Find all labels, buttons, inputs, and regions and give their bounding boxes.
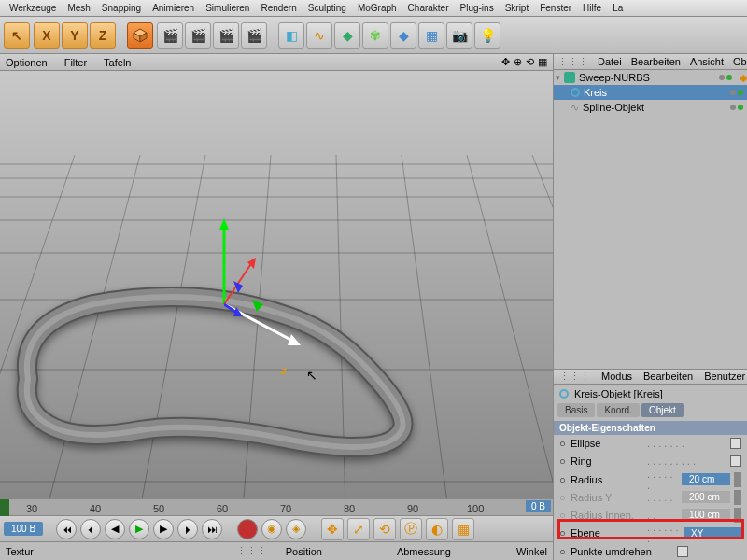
menu-item[interactable]: Mesh (62, 3, 95, 13)
menu-item[interactable]: Fenster (534, 3, 577, 13)
autokey-icon[interactable]: ◉ (261, 519, 282, 539)
transform-gizmo[interactable]: ʑ (187, 211, 374, 398)
om-menu-item[interactable]: Datei (598, 56, 622, 67)
abmessung-label: Abmessung (397, 546, 451, 557)
nav-rotate-icon[interactable]: ⟲ (526, 56, 534, 68)
prev-key-icon[interactable]: ⏴ (80, 519, 101, 539)
menu-item[interactable]: Skript (500, 3, 535, 13)
prop-punkte-umdrehen: ○Punkte umdrehen (554, 542, 747, 560)
ring-checkbox[interactable] (730, 455, 741, 467)
am-menu-item[interactable]: Bearbeiten (643, 371, 693, 382)
primitive-cube-icon[interactable]: ◧ (278, 22, 304, 49)
goto-end-icon[interactable]: ⏭ (202, 519, 222, 539)
tree-row-spline[interactable]: ∿ Spline-Objekt (554, 100, 747, 115)
extra-mode-icon[interactable]: ▦ (452, 518, 474, 540)
menu-item[interactable]: Rendern (255, 3, 302, 13)
prop-radius-y: ○Radius Y. . . . . 200 cm (554, 489, 747, 507)
menu-item[interactable]: Simulieren (200, 3, 255, 13)
viewport-menu-item[interactable]: Tafeln (104, 57, 131, 68)
main-toolbar: ↖ X Y Z 🎬 🎬 🎬 🎬 ◧ ∿ ◆ ✾ ◆ ▦ 📷 💡 (0, 17, 747, 54)
tab-basis[interactable]: Basis (557, 403, 595, 417)
tree-row-sweep[interactable]: ▾ Sweep-NURBS ◆ (554, 70, 747, 85)
step-forward-icon[interactable]: ▶ (153, 519, 174, 539)
nav-pan-icon[interactable]: ✥ (501, 56, 510, 68)
object-manager-menu: ⋮⋮⋮ Datei Bearbeiten Ansicht Ob (554, 54, 747, 70)
menu-item[interactable]: Sculpting (303, 3, 352, 13)
spinner-icon[interactable] (734, 472, 741, 487)
menu-item[interactable]: Werkzeuge (4, 3, 62, 13)
light-tool-icon[interactable]: 💡 (474, 22, 500, 49)
prop-ellipse: ○Ellipse. . . . . . . (554, 435, 747, 453)
keyframe-icon[interactable]: ◈ (286, 519, 306, 539)
spinner-icon (734, 490, 741, 505)
axis-y-button[interactable]: Y (62, 22, 88, 49)
environment-tool-icon[interactable]: ▦ (418, 22, 444, 49)
timeline-ruler[interactable]: 30 40 50 60 70 80 90 100 0 B (0, 498, 553, 515)
om-menu-item[interactable]: Bearbeiten (631, 56, 681, 67)
viewport-menubar: Optionen Filter Tafeln ✥ ⊕ ⟲ ▦ (0, 54, 553, 71)
array-tool-icon[interactable]: ✾ (362, 22, 388, 49)
circle-icon (559, 389, 569, 399)
arrow-tool-icon[interactable]: ↖ (4, 22, 30, 49)
am-menu-item[interactable]: Modus (601, 371, 632, 382)
menu-item[interactable]: Animieren (147, 3, 200, 13)
camera-tool-icon[interactable]: 📷 (446, 22, 472, 49)
scale-mode-icon[interactable]: ⤢ (347, 518, 370, 540)
nav-layout-icon[interactable]: ▦ (538, 56, 547, 68)
ellipse-checkbox[interactable] (730, 438, 741, 449)
attribute-tabs: Basis Koord. Objekt (554, 403, 747, 421)
current-frame-field[interactable]: 100 B (4, 522, 43, 536)
render-settings-icon[interactable]: 🎬 (213, 22, 239, 49)
3d-viewport[interactable]: ʑ ↖ (0, 71, 553, 498)
goto-start-icon[interactable]: ⏮ (56, 519, 77, 539)
am-menu-item[interactable]: Benutzer (704, 371, 745, 382)
render-clapper-icon[interactable]: 🎬 (157, 22, 183, 49)
axis-x-button[interactable]: X (34, 22, 60, 49)
next-key-icon[interactable]: ⏵ (177, 519, 198, 539)
om-menu-item[interactable]: Ob (733, 56, 747, 67)
timeline-end-frame[interactable]: 0 B (526, 500, 551, 512)
deformer-tool-icon[interactable]: ◆ (390, 22, 416, 49)
viewport-menu-item[interactable]: Optionen (6, 57, 48, 68)
svg-line-18 (532, 155, 553, 498)
menu-item[interactable]: Snapping (96, 3, 147, 13)
om-menu-item[interactable]: Ansicht (690, 56, 724, 67)
cube-tool-icon[interactable] (127, 22, 153, 49)
tab-koord[interactable]: Koord. (597, 403, 639, 417)
axis-z-button[interactable]: Z (90, 22, 116, 49)
menu-item[interactable]: Hilfe (577, 3, 607, 13)
nav-zoom-icon[interactable]: ⊕ (514, 56, 522, 68)
timeline-playhead[interactable] (0, 499, 9, 516)
render-active-icon[interactable]: 🎬 (241, 22, 267, 49)
param-mode-icon[interactable]: Ⓟ (400, 518, 422, 540)
move-mode-icon[interactable]: ✥ (321, 518, 344, 540)
pla-mode-icon[interactable]: ◐ (426, 518, 448, 540)
menu-item[interactable]: MoGraph (352, 3, 402, 13)
step-back-icon[interactable]: ◀ (105, 519, 125, 539)
radius-field[interactable]: 20 cm (682, 473, 730, 485)
tree-row-kreis[interactable]: Kreis (554, 85, 747, 100)
tag-icon[interactable]: ◆ (740, 72, 747, 84)
section-header: Objekt-Eigenschaften (554, 421, 747, 435)
rotate-mode-icon[interactable]: ⟲ (374, 518, 396, 540)
svg-text:ʑ: ʑ (280, 365, 287, 376)
tab-objekt[interactable]: Objekt (641, 403, 684, 417)
playback-toolbar: 100 B ⏮ ⏴ ◀ ▶ ▶ ⏵ ⏭ ◉ ◈ ✥ ⤢ ⟲ Ⓟ ◐ ▦ (0, 515, 553, 541)
spline-tool-icon[interactable]: ∿ (306, 22, 332, 49)
viewport-menu-item[interactable]: Filter (64, 57, 87, 68)
object-tree[interactable]: ▾ Sweep-NURBS ◆ Kreis ∿ Spline-Objekt (554, 70, 747, 369)
render-region-icon[interactable]: 🎬 (185, 22, 211, 49)
nurbs-tool-icon[interactable]: ◆ (334, 22, 360, 49)
record-icon[interactable] (237, 519, 258, 539)
menu-item[interactable]: Plug-ins (455, 3, 500, 13)
radius-innen-field: 100 cm (682, 509, 730, 521)
svg-marker-27 (252, 300, 263, 312)
punkte-checkbox[interactable] (677, 546, 688, 557)
ebene-select[interactable]: XY (684, 527, 741, 539)
coord-manager-bar: Textur ⋮⋮⋮ Position Abmessung Winkel (0, 541, 553, 560)
menu-item[interactable]: La (607, 3, 628, 13)
menu-item[interactable]: Charakter (402, 3, 455, 13)
play-icon[interactable]: ▶ (129, 519, 149, 539)
sweep-nurbs-icon (564, 72, 575, 83)
attribute-manager-menu: ⋮⋮⋮ Modus Bearbeiten Benutzer (554, 369, 747, 385)
